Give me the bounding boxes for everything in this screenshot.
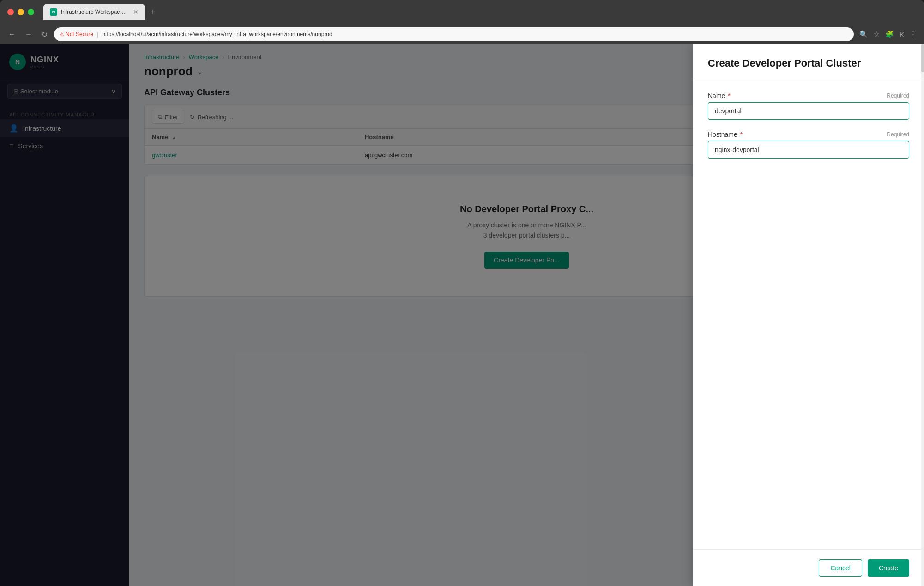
back-button[interactable]: ← — [6, 28, 18, 40]
hostname-label-row: Hostname * Required — [708, 131, 909, 138]
warning-icon: ⚠ — [60, 31, 64, 37]
name-label-row: Name * Required — [708, 92, 909, 99]
cancel-button[interactable]: Cancel — [819, 559, 862, 577]
name-label-text: Name — [708, 92, 725, 99]
modal-title: Create Developer Portal Cluster — [708, 57, 909, 69]
browser-window: N Infrastructure Workspaces - N... ✕ + ←… — [0, 0, 924, 586]
name-input[interactable] — [708, 102, 909, 120]
hostname-input[interactable] — [708, 141, 909, 159]
tab-title: Infrastructure Workspaces - N... — [61, 9, 127, 15]
scrollbar-track — [921, 44, 924, 586]
name-required-star: * — [728, 92, 730, 99]
modal-body: Name * Required Hostname * Required — [693, 79, 924, 549]
tab-favicon: N — [50, 8, 57, 16]
name-form-group: Name * Required — [708, 92, 909, 120]
forward-button[interactable]: → — [22, 28, 35, 40]
address-bar: ← → ↻ ⚠ Not Secure | https://localhost/u… — [0, 24, 924, 44]
profile-icon-button[interactable]: K — [898, 29, 906, 40]
traffic-lights — [7, 9, 34, 15]
create-cluster-modal: Create Developer Portal Cluster Name * R… — [693, 44, 924, 586]
create-button[interactable]: Create — [868, 559, 909, 577]
bookmark-icon-button[interactable]: ☆ — [872, 28, 882, 40]
browser-content: N NGINX PLUS ⊞ Select module ∨ API Conne… — [0, 44, 924, 586]
hostname-form-group: Hostname * Required — [708, 131, 909, 159]
name-required-tag: Required — [887, 92, 909, 99]
minimize-window-button[interactable] — [18, 9, 24, 15]
url-text: https://localhost/ui/acm/infrastructure/… — [102, 31, 332, 37]
modal-footer: Cancel Create — [693, 549, 924, 586]
app-container: N NGINX PLUS ⊞ Select module ∨ API Conne… — [0, 44, 924, 586]
url-separator: | — [97, 31, 98, 38]
maximize-window-button[interactable] — [28, 9, 34, 15]
menu-icon-button[interactable]: ⋮ — [908, 28, 918, 40]
hostname-required-star: * — [740, 131, 743, 138]
new-tab-button[interactable]: + — [147, 6, 159, 19]
not-secure-indicator: ⚠ Not Secure — [60, 31, 93, 37]
hostname-label-text: Hostname — [708, 131, 737, 138]
not-secure-text: Not Secure — [66, 31, 93, 37]
toolbar-icons: 🔍 ☆ 🧩 K ⋮ — [858, 28, 918, 40]
scrollbar-thumb[interactable] — [921, 44, 924, 72]
close-window-button[interactable] — [7, 9, 14, 15]
browser-titlebar: N Infrastructure Workspaces - N... ✕ + — [0, 0, 924, 24]
hostname-required-tag: Required — [887, 131, 909, 138]
tab-close-button[interactable]: ✕ — [133, 8, 139, 16]
active-tab[interactable]: N Infrastructure Workspaces - N... ✕ — [43, 4, 145, 20]
modal-header: Create Developer Portal Cluster — [693, 44, 924, 79]
tab-bar: N Infrastructure Workspaces - N... ✕ + — [43, 4, 917, 20]
url-bar[interactable]: ⚠ Not Secure | https://localhost/ui/acm/… — [54, 27, 854, 41]
reload-button[interactable]: ↻ — [39, 28, 50, 41]
search-icon-button[interactable]: 🔍 — [858, 28, 870, 40]
extensions-icon-button[interactable]: 🧩 — [883, 28, 896, 40]
